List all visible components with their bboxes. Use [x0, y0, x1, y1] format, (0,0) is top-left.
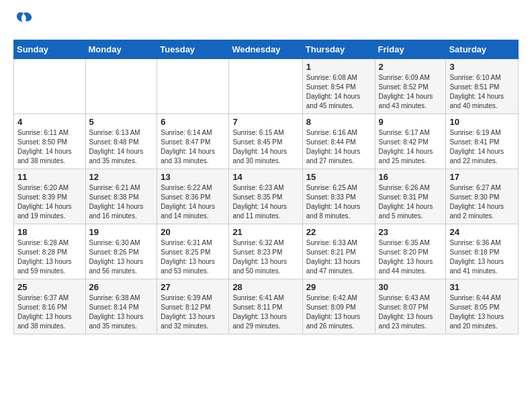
calendar-day-cell: 22Sunrise: 6:33 AM Sunset: 8:21 PM Dayli…: [302, 224, 375, 279]
day-info: Sunrise: 6:16 AM Sunset: 8:44 PM Dayligh…: [306, 128, 371, 166]
day-info: Sunrise: 6:22 AM Sunset: 8:36 PM Dayligh…: [161, 183, 225, 221]
calendar-day-header: Friday: [375, 40, 446, 59]
day-number: 9: [379, 117, 443, 127]
day-number: 13: [161, 172, 225, 182]
day-number: 5: [89, 117, 154, 127]
calendar-day-cell: 11Sunrise: 6:20 AM Sunset: 8:39 PM Dayli…: [14, 169, 86, 224]
calendar-day-cell: [229, 59, 302, 114]
day-info: Sunrise: 6:28 AM Sunset: 8:28 PM Dayligh…: [17, 238, 82, 276]
day-number: 24: [449, 227, 515, 237]
day-info: Sunrise: 6:38 AM Sunset: 8:14 PM Dayligh…: [89, 293, 154, 331]
day-number: 10: [449, 117, 515, 127]
day-number: 6: [161, 117, 225, 127]
calendar-week-row: 1Sunrise: 6:08 AM Sunset: 8:54 PM Daylig…: [14, 59, 519, 114]
calendar-day-cell: 26Sunrise: 6:38 AM Sunset: 8:14 PM Dayli…: [85, 279, 157, 334]
calendar-day-header: Tuesday: [157, 40, 229, 59]
calendar-day-cell: [14, 59, 86, 114]
day-info: Sunrise: 6:08 AM Sunset: 8:54 PM Dayligh…: [306, 73, 371, 111]
day-info: Sunrise: 6:31 AM Sunset: 8:25 PM Dayligh…: [161, 238, 225, 276]
calendar-day-cell: 25Sunrise: 6:37 AM Sunset: 8:16 PM Dayli…: [14, 279, 86, 334]
calendar-day-cell: 27Sunrise: 6:39 AM Sunset: 8:12 PM Dayli…: [157, 279, 229, 334]
calendar-day-cell: 30Sunrise: 6:43 AM Sunset: 8:07 PM Dayli…: [375, 279, 446, 334]
day-number: 17: [449, 172, 515, 182]
page: SundayMondayTuesdayWednesdayThursdayFrid…: [0, 0, 532, 345]
day-number: 4: [17, 117, 82, 127]
day-number: 22: [306, 227, 371, 237]
day-number: 8: [306, 117, 371, 127]
day-number: 29: [306, 282, 371, 292]
day-info: Sunrise: 6:43 AM Sunset: 8:07 PM Dayligh…: [379, 293, 443, 331]
calendar-day-cell: [157, 59, 229, 114]
day-info: Sunrise: 6:21 AM Sunset: 8:38 PM Dayligh…: [89, 183, 154, 221]
day-info: Sunrise: 6:42 AM Sunset: 8:09 PM Dayligh…: [306, 293, 371, 331]
calendar-day-cell: 8Sunrise: 6:16 AM Sunset: 8:44 PM Daylig…: [302, 114, 375, 169]
calendar-day-cell: 17Sunrise: 6:27 AM Sunset: 8:30 PM Dayli…: [446, 169, 519, 224]
day-info: Sunrise: 6:30 AM Sunset: 8:26 PM Dayligh…: [89, 238, 154, 276]
calendar-week-row: 18Sunrise: 6:28 AM Sunset: 8:28 PM Dayli…: [14, 224, 519, 279]
calendar-day-cell: 5Sunrise: 6:13 AM Sunset: 8:48 PM Daylig…: [85, 114, 157, 169]
calendar-week-row: 11Sunrise: 6:20 AM Sunset: 8:39 PM Dayli…: [14, 169, 519, 224]
calendar-day-cell: 6Sunrise: 6:14 AM Sunset: 8:47 PM Daylig…: [157, 114, 229, 169]
day-number: 31: [449, 282, 515, 292]
calendar-day-cell: 29Sunrise: 6:42 AM Sunset: 8:09 PM Dayli…: [302, 279, 375, 334]
calendar-day-cell: 10Sunrise: 6:19 AM Sunset: 8:41 PM Dayli…: [446, 114, 519, 169]
day-info: Sunrise: 6:44 AM Sunset: 8:05 PM Dayligh…: [449, 293, 515, 331]
day-info: Sunrise: 6:17 AM Sunset: 8:42 PM Dayligh…: [379, 128, 443, 166]
calendar-day-cell: 3Sunrise: 6:10 AM Sunset: 8:51 PM Daylig…: [446, 59, 519, 114]
day-number: 21: [232, 227, 298, 237]
logo-icon: [13, 10, 34, 33]
day-info: Sunrise: 6:26 AM Sunset: 8:31 PM Dayligh…: [379, 183, 443, 221]
calendar-week-row: 4Sunrise: 6:11 AM Sunset: 8:50 PM Daylig…: [14, 114, 519, 169]
day-info: Sunrise: 6:11 AM Sunset: 8:50 PM Dayligh…: [17, 128, 82, 166]
header: [13, 10, 519, 33]
day-info: Sunrise: 6:35 AM Sunset: 8:20 PM Dayligh…: [379, 238, 443, 276]
calendar-day-cell: 15Sunrise: 6:25 AM Sunset: 8:33 PM Dayli…: [302, 169, 375, 224]
day-number: 7: [232, 117, 298, 127]
logo: [13, 10, 37, 33]
day-number: 18: [17, 227, 82, 237]
day-number: 28: [232, 282, 298, 292]
calendar-day-cell: 28Sunrise: 6:41 AM Sunset: 8:11 PM Dayli…: [229, 279, 302, 334]
calendar-day-cell: 16Sunrise: 6:26 AM Sunset: 8:31 PM Dayli…: [375, 169, 446, 224]
calendar-header-row: SundayMondayTuesdayWednesdayThursdayFrid…: [14, 40, 519, 59]
day-number: 25: [17, 282, 82, 292]
calendar-day-header: Wednesday: [229, 40, 302, 59]
day-info: Sunrise: 6:23 AM Sunset: 8:35 PM Dayligh…: [232, 183, 298, 221]
calendar-day-cell: 20Sunrise: 6:31 AM Sunset: 8:25 PM Dayli…: [157, 224, 229, 279]
day-info: Sunrise: 6:14 AM Sunset: 8:47 PM Dayligh…: [161, 128, 225, 166]
day-number: 2: [379, 62, 443, 72]
day-info: Sunrise: 6:10 AM Sunset: 8:51 PM Dayligh…: [449, 73, 515, 111]
calendar-day-cell: 7Sunrise: 6:15 AM Sunset: 8:45 PM Daylig…: [229, 114, 302, 169]
day-number: 15: [306, 172, 371, 182]
day-info: Sunrise: 6:25 AM Sunset: 8:33 PM Dayligh…: [306, 183, 371, 221]
day-info: Sunrise: 6:15 AM Sunset: 8:45 PM Dayligh…: [232, 128, 298, 166]
calendar-day-cell: [85, 59, 157, 114]
day-number: 30: [379, 282, 443, 292]
day-info: Sunrise: 6:37 AM Sunset: 8:16 PM Dayligh…: [17, 293, 82, 331]
calendar-day-cell: 21Sunrise: 6:32 AM Sunset: 8:23 PM Dayli…: [229, 224, 302, 279]
calendar-day-cell: 24Sunrise: 6:36 AM Sunset: 8:18 PM Dayli…: [446, 224, 519, 279]
calendar-day-header: Monday: [85, 40, 157, 59]
calendar-day-cell: 14Sunrise: 6:23 AM Sunset: 8:35 PM Dayli…: [229, 169, 302, 224]
day-info: Sunrise: 6:36 AM Sunset: 8:18 PM Dayligh…: [449, 238, 515, 276]
calendar-day-cell: 31Sunrise: 6:44 AM Sunset: 8:05 PM Dayli…: [446, 279, 519, 334]
calendar-day-cell: 9Sunrise: 6:17 AM Sunset: 8:42 PM Daylig…: [375, 114, 446, 169]
day-info: Sunrise: 6:13 AM Sunset: 8:48 PM Dayligh…: [89, 128, 154, 166]
calendar-week-row: 25Sunrise: 6:37 AM Sunset: 8:16 PM Dayli…: [14, 279, 519, 334]
calendar-day-cell: 23Sunrise: 6:35 AM Sunset: 8:20 PM Dayli…: [375, 224, 446, 279]
day-info: Sunrise: 6:39 AM Sunset: 8:12 PM Dayligh…: [161, 293, 225, 331]
day-info: Sunrise: 6:19 AM Sunset: 8:41 PM Dayligh…: [449, 128, 515, 166]
calendar-day-cell: 18Sunrise: 6:28 AM Sunset: 8:28 PM Dayli…: [14, 224, 86, 279]
calendar-day-cell: 2Sunrise: 6:09 AM Sunset: 8:52 PM Daylig…: [375, 59, 446, 114]
day-number: 26: [89, 282, 154, 292]
day-number: 19: [89, 227, 154, 237]
calendar-day-cell: 13Sunrise: 6:22 AM Sunset: 8:36 PM Dayli…: [157, 169, 229, 224]
day-number: 20: [161, 227, 225, 237]
calendar-day-header: Thursday: [302, 40, 375, 59]
calendar-day-cell: 4Sunrise: 6:11 AM Sunset: 8:50 PM Daylig…: [14, 114, 86, 169]
day-info: Sunrise: 6:32 AM Sunset: 8:23 PM Dayligh…: [232, 238, 298, 276]
day-number: 3: [449, 62, 515, 72]
day-number: 12: [89, 172, 154, 182]
calendar-day-cell: 19Sunrise: 6:30 AM Sunset: 8:26 PM Dayli…: [85, 224, 157, 279]
day-number: 16: [379, 172, 443, 182]
